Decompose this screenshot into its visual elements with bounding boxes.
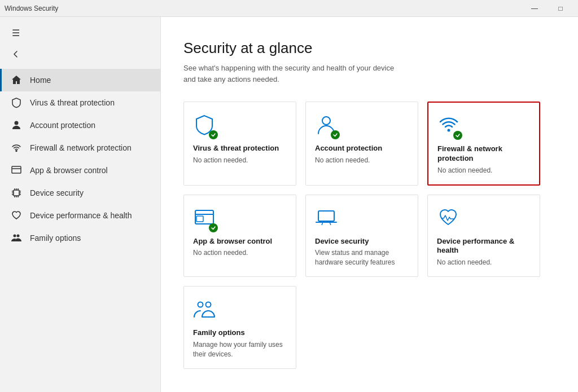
svg-point-17	[14, 235, 16, 237]
sidebar-top: ☰	[0, 17, 160, 67]
card-device-health[interactable]: Device performance & health No action ne…	[427, 195, 540, 278]
sidebar-label-account: Account protection	[30, 121, 95, 130]
card-firewall[interactable]: Firewall & network protection No action …	[427, 102, 540, 186]
sidebar-item-firewall[interactable]: Firewall & network protection	[0, 136, 160, 159]
app-container: ☰ Home Virus & threat protecti	[0, 17, 578, 392]
svg-point-18	[17, 235, 20, 237]
card-subtitle-browser: No action needed.	[193, 248, 287, 258]
check-badge-firewall	[453, 131, 462, 140]
people-nav-icon	[11, 232, 22, 244]
card-icon-wrap-device-health	[437, 206, 459, 231]
check-badge-browser	[209, 223, 218, 232]
sidebar-label-device-health: Device performance & health	[30, 211, 132, 220]
maximize-button[interactable]: □	[548, 0, 573, 17]
sidebar-item-virus[interactable]: Virus & threat protection	[0, 91, 160, 114]
card-family[interactable]: Family options Manage how your family us…	[183, 286, 296, 368]
person-nav-icon	[11, 120, 22, 131]
back-icon	[11, 50, 20, 59]
card-subtitle-virus: No action needed.	[193, 156, 287, 165]
minimize-button[interactable]: —	[522, 0, 548, 17]
wifi-nav-icon	[11, 142, 22, 153]
svg-point-0	[15, 121, 19, 125]
card-title-family: Family options	[193, 328, 287, 338]
heart-nav-icon	[11, 210, 22, 221]
sidebar-label-home: Home	[30, 76, 51, 85]
sidebar-label-family: Family options	[30, 234, 81, 243]
hamburger-icon: ☰	[12, 28, 20, 38]
sidebar-item-family[interactable]: Family options	[0, 227, 160, 249]
sidebar-label-firewall: Firewall & network protection	[30, 143, 132, 152]
back-button[interactable]	[5, 44, 27, 64]
card-title-device-health: Device performance & health	[437, 237, 531, 256]
card-title-account: Account protection	[315, 144, 409, 153]
card-subtitle-device-security: View status and manage hardware security…	[315, 248, 409, 267]
check-badge-virus	[209, 130, 218, 139]
security-grid: Virus & threat protection No action need…	[183, 102, 555, 369]
svg-point-20	[448, 129, 450, 132]
sidebar-item-browser[interactable]: App & browser control	[0, 159, 160, 182]
svg-rect-2	[12, 166, 21, 173]
card-account[interactable]: Account protection No action needed.	[305, 102, 418, 186]
card-icon-wrap-account	[315, 113, 338, 138]
svg-rect-4	[14, 190, 19, 196]
card-title-browser: App & browser control	[193, 237, 287, 246]
sidebar-item-account[interactable]: Account protection	[0, 114, 160, 136]
titlebar: Windows Security — □	[0, 0, 578, 17]
sidebar-item-device-health[interactable]: Device performance & health	[0, 204, 160, 227]
page-subtitle: See what's happening with the security a…	[183, 63, 555, 85]
svg-point-19	[322, 117, 330, 125]
card-subtitle-device-health: No action needed.	[437, 258, 531, 267]
sidebar-label-device-security: Device security	[30, 188, 84, 197]
svg-point-1	[16, 151, 17, 152]
card-subtitle-firewall: No action needed.	[437, 166, 530, 175]
card-title-firewall: Firewall & network protection	[437, 144, 530, 164]
sidebar-label-virus: Virus & threat protection	[30, 98, 115, 107]
card-icon-wrap-browser	[193, 206, 216, 231]
card-virus[interactable]: Virus & threat protection No action need…	[183, 102, 296, 186]
svg-point-27	[198, 302, 203, 307]
card-icon-wrap-firewall	[437, 114, 460, 139]
card-device-security[interactable]: Device security View status and manage h…	[305, 195, 418, 278]
home-icon	[11, 74, 22, 86]
window-nav-icon	[11, 165, 22, 176]
svg-rect-24	[318, 211, 334, 221]
app-title: Windows Security	[5, 5, 58, 12]
card-subtitle-account: No action needed.	[315, 156, 409, 165]
svg-rect-23	[196, 216, 203, 222]
sidebar-label-browser: App & browser control	[30, 166, 108, 175]
chip-nav-icon	[11, 187, 22, 199]
card-subtitle-family: Manage how your family uses their device…	[193, 340, 287, 359]
main-content: Security at a glance See what's happenin…	[161, 17, 578, 392]
heart-card-icon	[437, 206, 459, 229]
sidebar-item-home[interactable]: Home	[0, 69, 160, 91]
hamburger-button[interactable]: ☰	[5, 23, 27, 43]
card-icon-wrap-device-security	[315, 206, 338, 231]
sidebar: ☰ Home Virus & threat protecti	[0, 17, 161, 392]
card-title-device-security: Device security	[315, 237, 409, 246]
svg-point-28	[206, 302, 211, 307]
card-icon-wrap-family	[193, 298, 216, 323]
card-title-virus: Virus & threat protection	[193, 144, 287, 153]
people-card-icon	[193, 298, 216, 320]
laptop-card-icon	[315, 206, 338, 229]
check-badge-account	[331, 130, 340, 139]
card-icon-wrap-virus	[193, 113, 216, 138]
shield-nav-icon	[11, 97, 22, 108]
card-browser[interactable]: App & browser control No action needed.	[183, 195, 296, 278]
page-title: Security at a glance	[183, 39, 555, 57]
sidebar-nav: Home Virus & threat protection Account p…	[0, 69, 160, 249]
sidebar-item-device-security[interactable]: Device security	[0, 182, 160, 204]
window-controls: — □	[522, 0, 573, 17]
